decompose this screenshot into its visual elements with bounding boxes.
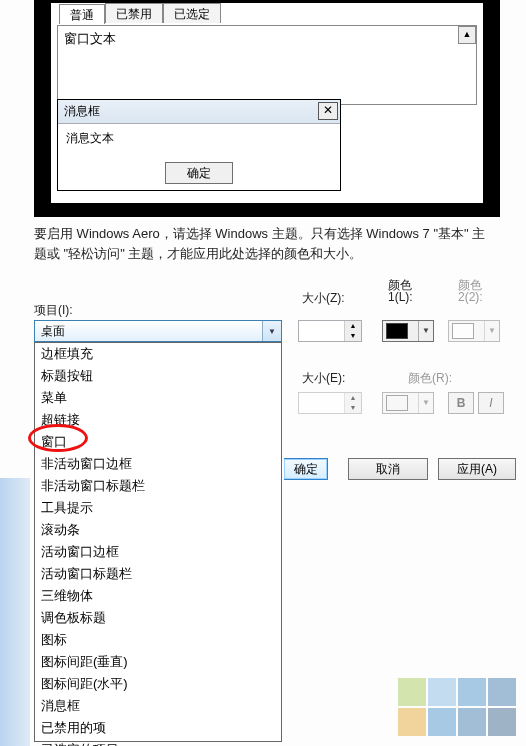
spinner-buttons-icon: ▲▼ — [344, 393, 361, 413]
label-color-r: 颜色(R): — [408, 370, 452, 387]
label-item: 项目(I): — [34, 302, 73, 319]
apply-button[interactable]: 应用(A) — [438, 458, 516, 480]
combo-option[interactable]: 工具提示 — [35, 497, 281, 519]
messagebox-title: 消息框 ✕ — [58, 100, 340, 124]
combo-option[interactable]: 非活动窗口标题栏 — [35, 475, 281, 497]
preview-textbox: 窗口文本 ▲ — [57, 25, 477, 105]
combo-option[interactable]: 已选定的项目 — [35, 739, 281, 746]
combo-option[interactable]: 窗口 — [35, 431, 281, 453]
combo-option[interactable]: 调色板标题 — [35, 607, 281, 629]
scroll-up-icon[interactable]: ▲ — [458, 26, 476, 44]
combo-option[interactable]: 已禁用的项 — [35, 717, 281, 739]
label-color-1: 1(L): — [388, 290, 413, 304]
chevron-down-icon: ▼ — [484, 321, 499, 341]
combo-option[interactable]: 标题按钮 — [35, 365, 281, 387]
combo-option[interactable]: 活动窗口边框 — [35, 541, 281, 563]
color-r-swatch: ▼ — [382, 392, 434, 414]
ok-button[interactable]: 确定 — [284, 458, 328, 480]
item-combo[interactable]: 桌面 ▼ — [34, 320, 282, 342]
color-1-swatch[interactable]: ▼ — [382, 320, 434, 342]
combo-option[interactable]: 消息框 — [35, 695, 281, 717]
messagebox-ok-button[interactable]: 确定 — [165, 162, 233, 184]
label-size-z: 大小(Z): — [302, 290, 345, 307]
cancel-button[interactable]: 取消 — [348, 458, 428, 480]
messagebox-body: 消息文本 — [58, 124, 340, 153]
size-e-spinner: ▲▼ — [298, 392, 362, 414]
combo-option[interactable]: 图标间距(水平) — [35, 673, 281, 695]
combo-option[interactable]: 图标间距(垂直) — [35, 651, 281, 673]
color-r-chip — [386, 395, 408, 411]
combo-option[interactable]: 边框填充 — [35, 343, 281, 365]
item-combo-dropdown[interactable]: 边框填充标题按钮菜单超链接窗口非活动窗口边框非活动窗口标题栏工具提示滚动条活动窗… — [34, 342, 282, 742]
preview-messagebox: 消息框 ✕ 消息文本 确定 — [57, 99, 341, 191]
color-1-chip — [386, 323, 408, 339]
combo-option[interactable]: 非活动窗口边框 — [35, 453, 281, 475]
instruction-text: 要启用 Windows Aero，请选择 Windows 主题。只有选择 Win… — [34, 224, 496, 264]
preview-textbox-text: 窗口文本 — [64, 31, 116, 46]
color-2-chip — [452, 323, 474, 339]
combo-option[interactable]: 活动窗口标题栏 — [35, 563, 281, 585]
label-size-e: 大小(E): — [302, 370, 345, 387]
tab-selected[interactable]: 已选定 — [163, 3, 221, 23]
close-icon[interactable]: ✕ — [318, 102, 338, 120]
item-combo-text: 桌面 — [35, 323, 262, 340]
bold-button: B — [448, 392, 474, 414]
watermark-tiles — [398, 678, 516, 736]
preview-window: 普通 已禁用 已选定 窗口文本 ▲ 消息框 ✕ 消息文本 确定 — [50, 2, 484, 204]
color-2-swatch: ▼ — [448, 320, 500, 342]
tab-normal[interactable]: 普通 — [59, 4, 105, 24]
preview-tabs: 普通 已禁用 已选定 — [59, 3, 221, 23]
tab-disabled[interactable]: 已禁用 — [105, 3, 163, 23]
combo-option[interactable]: 菜单 — [35, 387, 281, 409]
combo-option[interactable]: 滚动条 — [35, 519, 281, 541]
spinner-buttons-icon[interactable]: ▲▼ — [344, 321, 361, 341]
preview-frame: 普通 已禁用 已选定 窗口文本 ▲ 消息框 ✕ 消息文本 确定 — [34, 0, 500, 217]
combo-option[interactable]: 三维物体 — [35, 585, 281, 607]
chevron-down-icon[interactable]: ▼ — [418, 321, 433, 341]
messagebox-title-text: 消息框 — [64, 104, 100, 118]
combo-option[interactable]: 超链接 — [35, 409, 281, 431]
label-color-2: 2(2): — [458, 290, 483, 304]
size-z-spinner[interactable]: ▲▼ — [298, 320, 362, 342]
chevron-down-icon: ▼ — [418, 393, 433, 413]
window-edge — [0, 478, 30, 746]
italic-button: I — [478, 392, 504, 414]
chevron-down-icon[interactable]: ▼ — [262, 321, 281, 341]
combo-option[interactable]: 图标 — [35, 629, 281, 651]
